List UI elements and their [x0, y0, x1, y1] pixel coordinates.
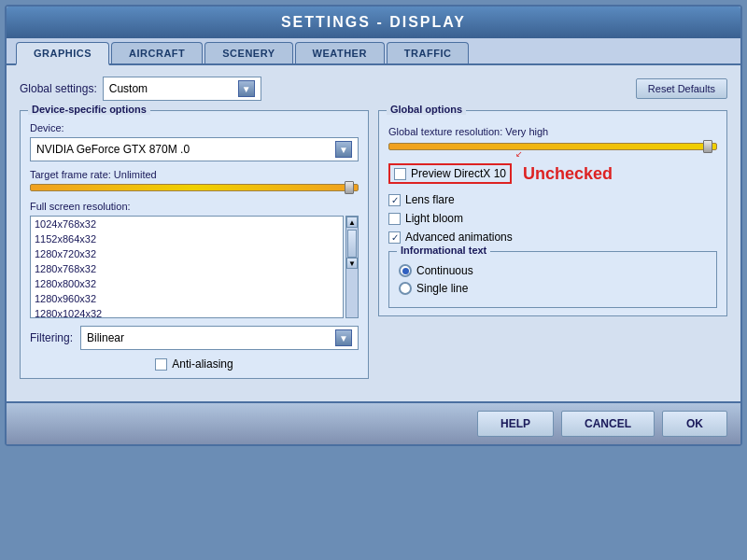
main-window: SETTINGS - DISPLAY GRAPHICS AIRCRAFT SCE… — [5, 5, 742, 446]
filtering-label: Filtering: — [30, 331, 73, 344]
anti-aliasing-row: Anti-aliasing — [30, 357, 359, 371]
device-dropdown-arrow-icon: ▼ — [335, 141, 352, 158]
tab-scenery[interactable]: SCENERY — [204, 42, 292, 63]
tabs-row: GRAPHICS AIRCRAFT SCENERY WEATHER TRAFFI… — [7, 38, 740, 65]
continuous-radio[interactable] — [399, 264, 412, 277]
advanced-animations-checkbox[interactable] — [388, 231, 401, 244]
device-dropdown[interactable]: NVIDIA GeForce GTX 870M .0 ▼ — [30, 137, 359, 161]
device-value: NVIDIA GeForce GTX 870M .0 — [36, 143, 190, 156]
unchecked-annotation: Unchecked — [523, 164, 613, 183]
lens-flare-row: Lens flare — [388, 193, 717, 206]
tab-aircraft[interactable]: AIRCRAFT — [111, 42, 203, 63]
advanced-animations-row: Advanced animations — [388, 231, 717, 244]
right-panel: Global options Global texture resolution… — [378, 110, 727, 386]
target-frame-label: Target frame rate: Unlimited — [30, 169, 359, 180]
unchecked-annotation-container: ↙ Unchecked — [515, 164, 613, 184]
ok-button[interactable]: OK — [662, 411, 727, 437]
target-frame-slider[interactable] — [30, 184, 359, 191]
filtering-dropdown[interactable]: Bilinear ▼ — [80, 326, 359, 350]
advanced-animations-label: Advanced animations — [405, 231, 513, 244]
resolution-listbox[interactable]: 1024x768x32 1152x864x32 1280x720x32 1280… — [30, 216, 344, 318]
scroll-thumb[interactable] — [347, 230, 357, 258]
texture-slider-thumb — [703, 140, 712, 153]
list-item[interactable]: 1280x720x32 — [31, 246, 343, 261]
tab-traffic[interactable]: TRAFFIC — [387, 42, 470, 63]
reset-defaults-button[interactable]: Reset Defaults — [636, 78, 727, 99]
informational-text-title: Informational text — [397, 245, 490, 256]
filtering-dropdown-arrow-icon: ▼ — [335, 329, 352, 346]
filtering-row: Filtering: Bilinear ▼ — [30, 326, 359, 350]
resolution-scrollbar: ▲ ▼ — [345, 216, 359, 318]
global-settings-left: Global settings: Custom ▼ — [20, 77, 261, 101]
list-item[interactable]: 1152x864x32 — [31, 231, 343, 246]
scroll-down-arrow-icon[interactable]: ▼ — [346, 258, 358, 269]
target-frame-slider-container — [30, 184, 359, 191]
global-options-title: Global options — [387, 104, 466, 115]
device-options-title: Device-specific options — [28, 104, 150, 115]
title-bar: SETTINGS - DISPLAY — [7, 7, 740, 38]
tab-graphics[interactable]: GRAPHICS — [16, 42, 109, 65]
light-bloom-row: Light bloom — [388, 212, 717, 225]
window-title: SETTINGS - DISPLAY — [281, 14, 466, 30]
texture-resolution-slider[interactable] — [388, 143, 717, 150]
list-item[interactable]: 1024x768x32 — [31, 217, 343, 231]
list-item[interactable]: 1280x800x32 — [31, 276, 343, 291]
list-item[interactable]: 1280x1024x32 — [31, 306, 343, 318]
device-options-group: Device-specific options Device: NVIDIA G… — [20, 110, 369, 379]
scroll-up-arrow-icon[interactable]: ▲ — [346, 217, 358, 228]
single-line-radio-row: Single line — [399, 282, 707, 295]
device-label: Device: — [30, 122, 359, 133]
global-options-group: Global options Global texture resolution… — [378, 110, 727, 316]
bottom-bar: HELP CANCEL OK — [7, 401, 740, 444]
cancel-button[interactable]: CANCEL — [561, 411, 655, 437]
global-settings-row: Global settings: Custom ▼ Reset Defaults — [20, 77, 727, 101]
global-settings-value: Custom — [109, 82, 148, 95]
single-line-radio[interactable] — [399, 282, 412, 295]
lens-flare-checkbox[interactable] — [388, 194, 401, 206]
target-frame-slider-thumb — [345, 181, 354, 194]
lens-flare-label: Lens flare — [405, 193, 455, 206]
tab-weather[interactable]: WEATHER — [295, 42, 385, 63]
anti-aliasing-label: Anti-aliasing — [172, 357, 233, 371]
resolution-label: Full screen resolution: — [30, 201, 359, 212]
light-bloom-checkbox[interactable] — [388, 213, 401, 225]
arrow-icon: ↙ — [515, 149, 523, 159]
left-panel: Device-specific options Device: NVIDIA G… — [20, 110, 369, 386]
dropdown-arrow-icon: ▼ — [238, 80, 255, 97]
preview-dx10-box: Preview DirectX 10 — [388, 163, 512, 184]
global-settings-dropdown[interactable]: Custom ▼ — [103, 77, 261, 101]
list-item[interactable]: 1280x960x32 — [31, 291, 343, 306]
filtering-value: Bilinear — [87, 331, 124, 344]
global-settings-label: Global settings: — [20, 82, 97, 95]
single-line-label: Single line — [416, 282, 468, 295]
help-button[interactable]: HELP — [477, 411, 554, 437]
resolution-listbox-container: 1024x768x32 1152x864x32 1280x720x32 1280… — [30, 216, 359, 318]
anti-aliasing-checkbox[interactable] — [155, 358, 167, 371]
list-item[interactable]: 1280x768x32 — [31, 261, 343, 276]
content-area: Global settings: Custom ▼ Reset Defaults… — [7, 65, 740, 398]
informational-text-group: Informational text Continuous Single lin… — [388, 251, 717, 308]
preview-dx10-label: Preview DirectX 10 — [411, 167, 506, 180]
light-bloom-label: Light bloom — [405, 212, 463, 225]
preview-dx10-container: Preview DirectX 10 ↙ Unchecked — [388, 160, 717, 188]
continuous-label: Continuous — [416, 264, 473, 277]
preview-dx10-checkbox[interactable] — [394, 168, 406, 180]
continuous-radio-row: Continuous — [399, 264, 707, 277]
texture-resolution-label: Global texture resolution: Very high — [388, 126, 717, 137]
two-columns: Device-specific options Device: NVIDIA G… — [20, 110, 727, 386]
